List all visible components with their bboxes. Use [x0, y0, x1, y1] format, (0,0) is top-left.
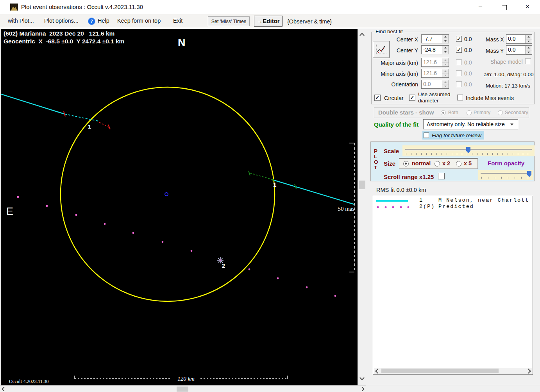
scale-slider-ticks [406, 153, 532, 155]
window-title: Plot event observations : Occult v.4.202… [21, 4, 143, 10]
close-icon: ✕ [525, 4, 530, 10]
double-stars-both-label: Both [448, 110, 458, 115]
flag-review-label: Flag for future review [432, 132, 481, 138]
mass-y-down[interactable] [526, 50, 532, 55]
plot-hscrollbar[interactable] [0, 385, 366, 392]
orientation-err-value: 0.0 [464, 81, 472, 88]
size-x2-label: x 2 [442, 160, 450, 166]
center-y-spinner[interactable]: -24.8 [421, 45, 449, 54]
scroll-up-icon[interactable] [359, 33, 365, 38]
plot-header-line1: (602) Marianna 2023 Dec 20 121.6 km [4, 30, 114, 37]
scale-slider-thumb[interactable] [466, 147, 470, 153]
app-icon [10, 4, 18, 11]
center-x-down[interactable] [442, 39, 449, 43]
plot-canvas[interactable]: (602) Marianna 2023 Dec 20 121.6 km Geoc… [1, 29, 358, 385]
menu-exit[interactable]: Exit [173, 18, 182, 24]
chord1-left-solid [1, 94, 65, 114]
use-assumed-checkbox[interactable] [409, 95, 415, 101]
circular-label: Circular [384, 95, 404, 101]
center-y-err-value: 0.0 [464, 47, 472, 53]
observer-row[interactable]: 2(P) Predicted [373, 203, 533, 209]
include-miss-checkbox[interactable] [457, 95, 463, 100]
mass-x-up[interactable] [526, 35, 532, 39]
scroll-range-label: Scroll range x1.25 [384, 174, 434, 180]
minor-axis-value: 121.6 [422, 69, 442, 77]
list-hscrollbar[interactable] [374, 368, 532, 374]
form-opacity-thumb[interactable] [527, 171, 531, 177]
quality-dropdown[interactable]: Astrometry only. No reliable size [423, 119, 518, 129]
menu-plot-options[interactable]: Plot options... [44, 18, 79, 24]
observer-id: 1 [419, 197, 423, 203]
mass-y-value: 0.0 [506, 46, 525, 54]
list-scroll-left-icon[interactable] [375, 369, 380, 374]
size-x5-radio[interactable] [456, 161, 461, 166]
major-err-value: 0.0 [464, 59, 472, 66]
scroll-right-icon[interactable] [359, 387, 365, 392]
plot-hscroll-thumb[interactable] [177, 387, 188, 392]
flag-review-highlight: Flag for future review [422, 131, 484, 140]
form-opacity-label: Form opacity [488, 160, 524, 166]
menu-keep-on-top[interactable]: Keep form on top [117, 18, 161, 24]
observer-listbox[interactable]: 1 M Nelson, near Charlott 2(P) Predicted [373, 196, 533, 375]
plot-version-label: Occult 4.2023.11.30 [9, 379, 49, 384]
close-button[interactable]: ✕ [519, 0, 537, 14]
scroll-left-icon[interactable] [2, 387, 7, 392]
center-y-up[interactable] [442, 46, 449, 50]
observer-row[interactable]: 1 M Nelson, near Charlott [373, 197, 533, 203]
scale-slider[interactable] [402, 145, 535, 156]
circular-checkbox[interactable] [374, 95, 381, 101]
chord1-right-solid [274, 180, 354, 204]
find-best-fit-title: Find best fit [374, 29, 404, 34]
observer-name: Predicted [438, 204, 474, 209]
shape-model-label: Shape model [490, 59, 523, 65]
center-x-err-checkbox[interactable] [456, 36, 462, 42]
menu-with-plot[interactable]: with Plot... [8, 18, 34, 24]
center-x-up[interactable] [442, 35, 449, 39]
plot-group-label: PLOT [374, 149, 379, 170]
plot-vscroll-thumb[interactable] [359, 181, 365, 189]
editor-button[interactable]: →Editor [254, 16, 283, 27]
mass-x-spinner[interactable]: 0.0 [506, 34, 532, 44]
list-scroll-right-icon[interactable] [526, 369, 531, 374]
scroll-down-icon[interactable] [359, 375, 365, 380]
center-x-spinner[interactable]: -7.7 [421, 34, 449, 43]
plot-vscrollbar[interactable] [358, 29, 366, 385]
plot-controls-panel: PLOT Scale Size normal x 2 x 5 Form opac… [370, 141, 535, 181]
minor-axis-spinner: 121.6 [421, 69, 449, 78]
center-y-value: -24.8 [422, 46, 442, 54]
orientation-spinner: 0.0 [421, 80, 449, 89]
mass-x-label: Mass X [486, 36, 504, 43]
form-opacity-slider[interactable] [478, 170, 533, 180]
observer-id: 2(P) [419, 204, 435, 209]
observer-time-label: {Observer & time} [287, 18, 332, 25]
ab-dmag-label: a/b: 1.00, dMag: 0.00 [484, 72, 534, 77]
size-x2-radio[interactable] [435, 161, 440, 166]
list-hscroll-thumb[interactable] [381, 369, 499, 373]
plot-svg: (602) Marianna 2023 Dec 20 121.6 km Geoc… [1, 29, 358, 385]
predicted-label: 2 [222, 263, 225, 269]
set-miss-times-button[interactable]: Set 'Miss' Times [208, 16, 250, 26]
mass-x-value: 0.0 [506, 35, 525, 43]
double-stars-secondary-label: Secondary [505, 110, 528, 115]
mass-y-up[interactable] [526, 46, 532, 50]
use-assumed-label-2: diameter [418, 98, 439, 104]
size-radio-group: normal x 2 x 5 [399, 158, 478, 169]
chord1-left-dashed [65, 114, 99, 121]
center-marker [165, 193, 168, 196]
size-x5-label: x 5 [464, 160, 472, 166]
motion-label: Motion: 17.13 km/s [486, 83, 530, 89]
flag-review-checkbox[interactable] [424, 132, 429, 138]
maximize-button[interactable] [495, 0, 513, 14]
mass-x-down[interactable] [526, 39, 532, 44]
major-err-checkbox [456, 59, 462, 65]
center-y-down[interactable] [442, 50, 449, 54]
size-normal-radio[interactable] [403, 161, 409, 166]
mass-y-spinner[interactable]: 0.0 [506, 45, 532, 55]
r-uncertainty-arrow [249, 171, 250, 175]
d-uncertainty-dashed [99, 122, 109, 127]
menu-help[interactable]: Help [98, 18, 109, 24]
center-y-err-checkbox[interactable] [456, 47, 462, 53]
scroll-range-checkbox[interactable] [438, 173, 445, 179]
r-point [272, 179, 274, 181]
minimize-button[interactable]: – [473, 0, 491, 14]
